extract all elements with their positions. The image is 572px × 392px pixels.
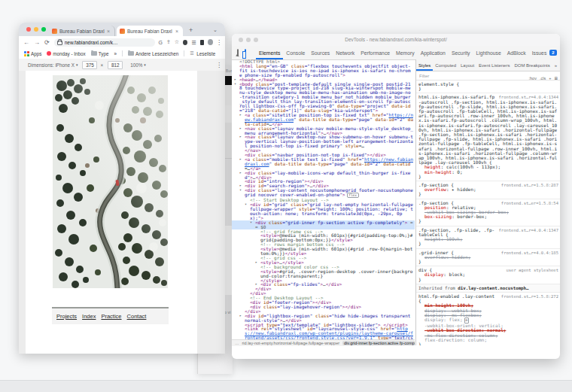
reload-icon[interactable]: ⟳: [44, 39, 50, 46]
sidebar-tab-event-listeners[interactable]: Event Listeners: [476, 60, 512, 71]
devtools-tab-console[interactable]: Console: [283, 47, 308, 59]
disclosure-expanded-icon[interactable]: ▾: [234, 82, 236, 87]
dom-node[interactable]: <style>@media (min-width: 601px){#grid .…: [232, 247, 415, 256]
url-bar[interactable]: new.fabiandraxl.com/k…: [54, 38, 155, 47]
style-rule[interactable]: user agent stylesheetdiv {display: block…: [416, 266, 560, 284]
style-rule[interactable]: frontend.st…r=4.0.4:1344html.is-iphonex.…: [416, 93, 560, 181]
styles-filter-input[interactable]: Filter: [419, 74, 529, 78]
browser-tab-active[interactable]: Bureau Fabian Draxl – ×: [117, 26, 183, 36]
elements-tree[interactable]: <!DOCTYPE html><html lang="en-GB" class=…: [232, 59, 415, 339]
devtools-tab-security[interactable]: Security: [449, 47, 473, 59]
page-nav-link[interactable]: Contact: [127, 313, 147, 320]
back-icon[interactable]: ←: [23, 39, 29, 46]
bookmark-item[interactable]: Type: [91, 51, 109, 56]
device-dimensions-select[interactable]: Dimensions: iPhone X: [28, 62, 75, 68]
stylesheet-source-link[interactable]: user agent stylesheet: [506, 268, 558, 272]
bookmark-item[interactable]: monday - Inbox: [47, 51, 85, 56]
stylesheet-source-link[interactable]: frontend.st…r=1.5.8:272: [501, 294, 558, 299]
dom-node[interactable]: ▸<nav class="laynav desktop-nav show-sub…: [232, 135, 415, 148]
disclosure-expanded-icon[interactable]: ▾: [250, 220, 252, 225]
devtools-tab-sources[interactable]: Sources: [308, 47, 333, 59]
dom-node[interactable]: ▸<a class="mobile-title text is-fixed" h…: [232, 157, 415, 171]
disclosure-collapsed-icon[interactable]: ▸: [239, 135, 242, 139]
style-rule[interactable]: frontend.st…r=4.0.4:1347.fp-section, .fp…: [416, 226, 560, 249]
styles-toggle[interactable]: ⊞: [554, 76, 558, 81]
dom-node[interactable]: <html lang="en-GB" class="flexbox touche…: [232, 64, 415, 77]
page-nav-link[interactable]: Index: [82, 313, 96, 320]
devtools-tab-application[interactable]: Application: [418, 47, 449, 59]
stylesheet-source-link[interactable]: frontend.st…er=1.5.8:54: [501, 201, 558, 205]
disclosure-collapsed-icon[interactable]: ▸: [239, 157, 242, 162]
sidebar-tab-styles[interactable]: Styles: [416, 60, 433, 71]
browser-menu-icon[interactable]: ⋮: [216, 39, 222, 46]
dom-node[interactable]: <style>#grid, .cover-region-desktop .cov…: [232, 269, 415, 278]
style-rule[interactable]: frontend.st…er=1.5.8:54.fp-section {posi…: [416, 199, 560, 226]
breadcrumb-item[interactable]: rid.lay-not-empty.horizontal-fullpage.fu…: [242, 341, 340, 345]
inspect-element-icon[interactable]: [237, 49, 239, 56]
dom-node[interactable]: ▾<body class="post-template-default sing…: [232, 82, 415, 113]
bookmark-item[interactable]: Apps: [24, 51, 41, 56]
style-rule[interactable]: frontend.st…r=1.5.8:287.fp-section {over…: [416, 181, 560, 199]
page-nav-link[interactable]: Practice: [101, 313, 121, 320]
disclosure-expanded-icon[interactable]: ▾: [245, 202, 247, 207]
close-tab-icon[interactable]: ×: [175, 29, 180, 34]
devtools-tab-network[interactable]: Network: [333, 47, 358, 59]
style-rule[interactable]: frontend.st…r=1.5.8:272html.fp-enabled .…: [416, 293, 560, 345]
translate-icon[interactable]: G: [159, 40, 163, 45]
sidebar-tab-computed[interactable]: Computed: [433, 60, 458, 71]
device-zoom-select[interactable]: 100%: [130, 62, 142, 68]
devtools-tab-elements[interactable]: Elements: [256, 47, 283, 59]
device-toolbar-menu-icon[interactable]: ⋮: [216, 62, 222, 68]
extension-pin-icon[interactable]: [200, 40, 204, 45]
dom-node[interactable]: ▸<a class="sitetitle position-top is-fix…: [232, 113, 415, 126]
breadcrumb-item[interactable]: div.grid-inner.fp-section.active.fp-comp…: [342, 341, 415, 345]
device-height-input[interactable]: 812: [108, 61, 123, 69]
profile-avatar[interactable]: [208, 39, 213, 45]
styles-toggle[interactable]: .cls: [540, 76, 546, 81]
stylesheet-source-link[interactable]: frontend.st…r=4.0.4:1347: [499, 228, 558, 232]
dom-node[interactable]: ▾<div id="grid" class="grid lay-not-empt…: [232, 202, 415, 220]
close-window-button[interactable]: [26, 27, 31, 32]
minimize-window-button[interactable]: [34, 27, 38, 32]
page-nav-link[interactable]: Projects: [56, 313, 77, 320]
styles-toggle[interactable]: +: [549, 76, 551, 81]
style-rule[interactable]: frontend.st…r=4.0.4:185.grid-inner {over…: [416, 249, 560, 267]
devtools-tab-memory[interactable]: Memory: [393, 47, 418, 59]
forward-icon[interactable]: →: [34, 39, 40, 46]
bookmark-item[interactable]: »: [114, 51, 117, 56]
close-tab-icon[interactable]: ×: [107, 29, 111, 34]
disclosure-collapsed-icon[interactable]: ▸: [239, 126, 242, 131]
extension-badge[interactable]: 2: [549, 50, 556, 56]
stylesheet-source-link[interactable]: frontend.st…r=4.0.4:185: [501, 251, 558, 255]
sidebar-tab-layout[interactable]: Layout: [458, 60, 476, 71]
new-tab-button[interactable]: +: [189, 27, 193, 34]
devtools-tab-lighthouse[interactable]: Lighthouse: [473, 47, 504, 59]
bookmark-star-icon[interactable]: ☆: [175, 39, 179, 45]
style-rule[interactable]: element.style {}: [416, 81, 560, 93]
disclosure-collapsed-icon[interactable]: ▸: [239, 113, 242, 117]
styles-toggle[interactable]: :hov: [529, 76, 537, 81]
zoom-window-button[interactable]: [41, 27, 46, 32]
device-width-input[interactable]: 375: [82, 61, 97, 69]
extension-icon[interactable]: [183, 40, 187, 45]
device-toolbar-toggle-icon[interactable]: [245, 49, 246, 57]
stylesheet-source-link[interactable]: frontend.st…r=1.5.8:287: [501, 183, 558, 187]
breadcrumb-item[interactable]: …: [235, 341, 239, 345]
bookmark-item[interactable]: ☰Leseliste: [190, 51, 215, 56]
share-icon[interactable]: ⇪: [166, 39, 171, 45]
url-text[interactable]: new.fabiandraxl.com/k…: [65, 40, 152, 45]
tab-overview-icon[interactable]: ⌄: [213, 27, 218, 33]
selected-dom-node[interactable]: ▾<div class="grid-inner fp-section activ…: [232, 220, 415, 229]
bookmark-item[interactable]: Andere Lesezeichen: [128, 51, 178, 56]
disclosure-expanded-icon[interactable]: ▾: [239, 188, 242, 193]
devtools-tab-issues[interactable]: Issues: [529, 47, 550, 59]
extension-list-icon[interactable]: ☰: [191, 40, 196, 45]
page-nav: ProjectsIndexPracticeContact: [52, 308, 169, 324]
styles-rules[interactable]: element.style {}frontend.st…r=4.0.4:1344…: [416, 81, 560, 345]
devtools-tab-adblock[interactable]: AdBlock: [504, 47, 529, 59]
devtools-tab-performance[interactable]: Performance: [358, 47, 393, 59]
disclosure-collapsed-icon[interactable]: ▸: [239, 171, 242, 175]
dom-node[interactable]: <link rel="stylesheet" id="laycarousel-s…: [232, 327, 415, 339]
browser-tab[interactable]: Bureau Fabian Draxl – ×: [49, 26, 115, 36]
disclosure-collapsed-icon[interactable]: ▸: [239, 314, 242, 318]
